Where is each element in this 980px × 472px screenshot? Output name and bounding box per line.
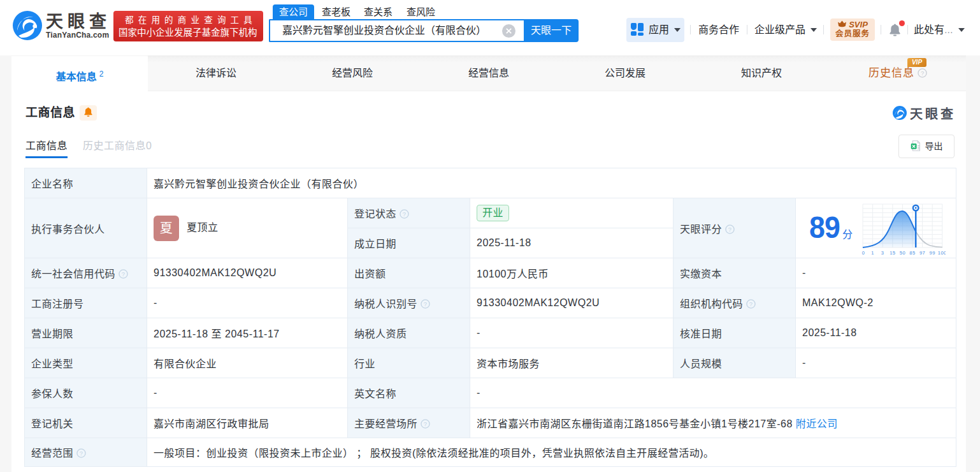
svg-text:15: 15 <box>890 250 895 256</box>
svg-text:3: 3 <box>881 250 884 256</box>
svg-text:100: 100 <box>938 250 946 256</box>
svg-text:85: 85 <box>909 250 915 256</box>
svg-text:?: ? <box>921 70 924 77</box>
svg-text:?: ? <box>424 301 428 307</box>
svg-text:?: ? <box>80 450 83 457</box>
svg-text:?: ? <box>749 301 753 307</box>
svg-text:50: 50 <box>900 250 905 256</box>
svg-text:?: ? <box>403 211 407 218</box>
svg-text:?: ? <box>728 226 732 232</box>
svg-text:?: ? <box>424 421 428 427</box>
svg-text:1: 1 <box>871 250 874 256</box>
svg-text:0: 0 <box>862 250 865 256</box>
svg-text:99: 99 <box>930 250 935 256</box>
svg-text:97: 97 <box>919 250 925 256</box>
svg-text:?: ? <box>122 271 126 277</box>
